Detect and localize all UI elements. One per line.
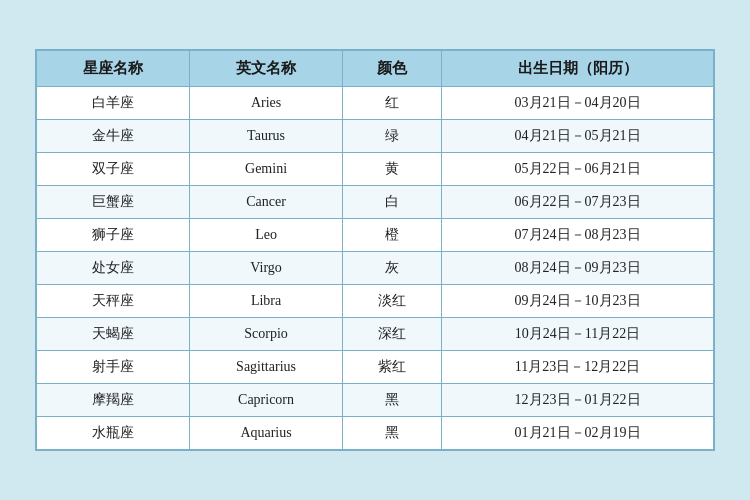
cell-date: 12月23日－01月22日	[442, 384, 714, 417]
cell-chinese-name: 天秤座	[37, 285, 190, 318]
cell-date: 06月22日－07月23日	[442, 186, 714, 219]
cell-english-name: Cancer	[190, 186, 343, 219]
zodiac-table-container: 星座名称 英文名称 颜色 出生日期（阳历） 白羊座Aries红03月21日－04…	[35, 49, 715, 451]
cell-english-name: Sagittarius	[190, 351, 343, 384]
header-color: 颜色	[343, 51, 442, 87]
table-row: 处女座Virgo灰08月24日－09月23日	[37, 252, 714, 285]
cell-chinese-name: 双子座	[37, 153, 190, 186]
table-row: 狮子座Leo橙07月24日－08月23日	[37, 219, 714, 252]
table-row: 水瓶座Aquarius黑01月21日－02月19日	[37, 417, 714, 450]
cell-chinese-name: 金牛座	[37, 120, 190, 153]
cell-date: 03月21日－04月20日	[442, 87, 714, 120]
table-body: 白羊座Aries红03月21日－04月20日金牛座Taurus绿04月21日－0…	[37, 87, 714, 450]
cell-date: 09月24日－10月23日	[442, 285, 714, 318]
cell-english-name: Gemini	[190, 153, 343, 186]
table-row: 摩羯座Capricorn黑12月23日－01月22日	[37, 384, 714, 417]
cell-chinese-name: 狮子座	[37, 219, 190, 252]
table-row: 天秤座Libra淡红09月24日－10月23日	[37, 285, 714, 318]
table-row: 射手座Sagittarius紫红11月23日－12月22日	[37, 351, 714, 384]
cell-date: 10月24日－11月22日	[442, 318, 714, 351]
cell-date: 04月21日－05月21日	[442, 120, 714, 153]
table-row: 天蝎座Scorpio深红10月24日－11月22日	[37, 318, 714, 351]
cell-chinese-name: 摩羯座	[37, 384, 190, 417]
cell-date: 01月21日－02月19日	[442, 417, 714, 450]
cell-chinese-name: 射手座	[37, 351, 190, 384]
cell-color: 灰	[343, 252, 442, 285]
cell-date: 08月24日－09月23日	[442, 252, 714, 285]
cell-color: 橙	[343, 219, 442, 252]
table-row: 金牛座Taurus绿04月21日－05月21日	[37, 120, 714, 153]
header-chinese-name: 星座名称	[37, 51, 190, 87]
cell-color: 黄	[343, 153, 442, 186]
table-header-row: 星座名称 英文名称 颜色 出生日期（阳历）	[37, 51, 714, 87]
cell-color: 黑	[343, 384, 442, 417]
header-date: 出生日期（阳历）	[442, 51, 714, 87]
cell-english-name: Leo	[190, 219, 343, 252]
cell-color: 紫红	[343, 351, 442, 384]
table-row: 巨蟹座Cancer白06月22日－07月23日	[37, 186, 714, 219]
cell-english-name: Libra	[190, 285, 343, 318]
cell-english-name: Capricorn	[190, 384, 343, 417]
cell-chinese-name: 巨蟹座	[37, 186, 190, 219]
cell-english-name: Aquarius	[190, 417, 343, 450]
cell-color: 深红	[343, 318, 442, 351]
cell-chinese-name: 白羊座	[37, 87, 190, 120]
cell-chinese-name: 天蝎座	[37, 318, 190, 351]
cell-english-name: Scorpio	[190, 318, 343, 351]
cell-color: 绿	[343, 120, 442, 153]
cell-chinese-name: 处女座	[37, 252, 190, 285]
cell-date: 11月23日－12月22日	[442, 351, 714, 384]
zodiac-table: 星座名称 英文名称 颜色 出生日期（阳历） 白羊座Aries红03月21日－04…	[36, 50, 714, 450]
cell-date: 05月22日－06月21日	[442, 153, 714, 186]
table-row: 白羊座Aries红03月21日－04月20日	[37, 87, 714, 120]
cell-color: 白	[343, 186, 442, 219]
cell-color: 红	[343, 87, 442, 120]
header-english-name: 英文名称	[190, 51, 343, 87]
cell-date: 07月24日－08月23日	[442, 219, 714, 252]
cell-english-name: Virgo	[190, 252, 343, 285]
cell-color: 淡红	[343, 285, 442, 318]
cell-english-name: Aries	[190, 87, 343, 120]
table-row: 双子座Gemini黄05月22日－06月21日	[37, 153, 714, 186]
cell-color: 黑	[343, 417, 442, 450]
cell-english-name: Taurus	[190, 120, 343, 153]
cell-chinese-name: 水瓶座	[37, 417, 190, 450]
